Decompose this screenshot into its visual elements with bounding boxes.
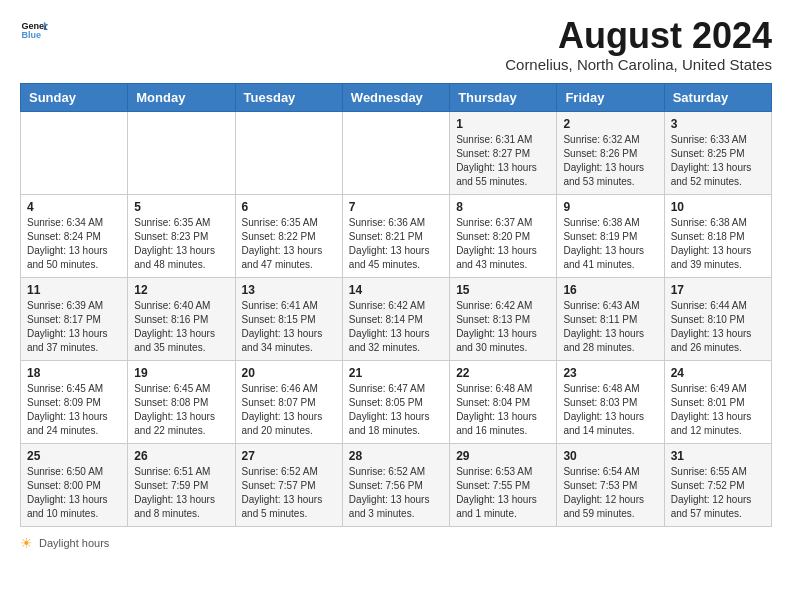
calendar-cell: 23Sunrise: 6:48 AM Sunset: 8:03 PM Dayli… (557, 360, 664, 443)
calendar-cell: 2Sunrise: 6:32 AM Sunset: 8:26 PM Daylig… (557, 111, 664, 194)
calendar-cell: 3Sunrise: 6:33 AM Sunset: 8:25 PM Daylig… (664, 111, 771, 194)
day-number: 29 (456, 449, 550, 463)
weekday-header: Thursday (450, 83, 557, 111)
logo: General Blue (20, 16, 48, 44)
day-info: Sunrise: 6:42 AM Sunset: 8:13 PM Dayligh… (456, 299, 550, 355)
day-number: 12 (134, 283, 228, 297)
calendar-week-row: 25Sunrise: 6:50 AM Sunset: 8:00 PM Dayli… (21, 443, 772, 526)
day-info: Sunrise: 6:35 AM Sunset: 8:23 PM Dayligh… (134, 216, 228, 272)
calendar-cell: 8Sunrise: 6:37 AM Sunset: 8:20 PM Daylig… (450, 194, 557, 277)
day-info: Sunrise: 6:46 AM Sunset: 8:07 PM Dayligh… (242, 382, 336, 438)
day-number: 16 (563, 283, 657, 297)
day-info: Sunrise: 6:48 AM Sunset: 8:03 PM Dayligh… (563, 382, 657, 438)
day-number: 22 (456, 366, 550, 380)
calendar-cell: 22Sunrise: 6:48 AM Sunset: 8:04 PM Dayli… (450, 360, 557, 443)
calendar-cell: 21Sunrise: 6:47 AM Sunset: 8:05 PM Dayli… (342, 360, 449, 443)
weekday-header: Tuesday (235, 83, 342, 111)
day-info: Sunrise: 6:49 AM Sunset: 8:01 PM Dayligh… (671, 382, 765, 438)
day-number: 17 (671, 283, 765, 297)
calendar-cell: 4Sunrise: 6:34 AM Sunset: 8:24 PM Daylig… (21, 194, 128, 277)
calendar-week-row: 18Sunrise: 6:45 AM Sunset: 8:09 PM Dayli… (21, 360, 772, 443)
day-number: 30 (563, 449, 657, 463)
day-number: 26 (134, 449, 228, 463)
calendar-cell: 1Sunrise: 6:31 AM Sunset: 8:27 PM Daylig… (450, 111, 557, 194)
calendar-cell: 24Sunrise: 6:49 AM Sunset: 8:01 PM Dayli… (664, 360, 771, 443)
calendar-cell: 19Sunrise: 6:45 AM Sunset: 8:08 PM Dayli… (128, 360, 235, 443)
day-number: 21 (349, 366, 443, 380)
day-info: Sunrise: 6:48 AM Sunset: 8:04 PM Dayligh… (456, 382, 550, 438)
day-number: 19 (134, 366, 228, 380)
day-number: 11 (27, 283, 121, 297)
calendar-cell: 25Sunrise: 6:50 AM Sunset: 8:00 PM Dayli… (21, 443, 128, 526)
day-info: Sunrise: 6:41 AM Sunset: 8:15 PM Dayligh… (242, 299, 336, 355)
day-number: 23 (563, 366, 657, 380)
day-number: 18 (27, 366, 121, 380)
weekday-header-row: SundayMondayTuesdayWednesdayThursdayFrid… (21, 83, 772, 111)
sun-icon: ☀ (20, 535, 33, 551)
day-number: 10 (671, 200, 765, 214)
calendar-cell: 6Sunrise: 6:35 AM Sunset: 8:22 PM Daylig… (235, 194, 342, 277)
calendar-cell (235, 111, 342, 194)
day-info: Sunrise: 6:31 AM Sunset: 8:27 PM Dayligh… (456, 133, 550, 189)
day-number: 20 (242, 366, 336, 380)
day-info: Sunrise: 6:50 AM Sunset: 8:00 PM Dayligh… (27, 465, 121, 521)
day-number: 2 (563, 117, 657, 131)
calendar-week-row: 4Sunrise: 6:34 AM Sunset: 8:24 PM Daylig… (21, 194, 772, 277)
calendar-cell: 7Sunrise: 6:36 AM Sunset: 8:21 PM Daylig… (342, 194, 449, 277)
day-number: 8 (456, 200, 550, 214)
title-area: August 2024 Cornelius, North Carolina, U… (505, 16, 772, 73)
calendar-cell: 20Sunrise: 6:46 AM Sunset: 8:07 PM Dayli… (235, 360, 342, 443)
weekday-header: Monday (128, 83, 235, 111)
day-number: 6 (242, 200, 336, 214)
calendar-cell: 15Sunrise: 6:42 AM Sunset: 8:13 PM Dayli… (450, 277, 557, 360)
calendar-cell: 13Sunrise: 6:41 AM Sunset: 8:15 PM Dayli… (235, 277, 342, 360)
day-info: Sunrise: 6:51 AM Sunset: 7:59 PM Dayligh… (134, 465, 228, 521)
weekday-header: Wednesday (342, 83, 449, 111)
day-info: Sunrise: 6:52 AM Sunset: 7:57 PM Dayligh… (242, 465, 336, 521)
day-number: 1 (456, 117, 550, 131)
day-info: Sunrise: 6:40 AM Sunset: 8:16 PM Dayligh… (134, 299, 228, 355)
day-info: Sunrise: 6:43 AM Sunset: 8:11 PM Dayligh… (563, 299, 657, 355)
page-subtitle: Cornelius, North Carolina, United States (505, 56, 772, 73)
day-number: 15 (456, 283, 550, 297)
day-info: Sunrise: 6:47 AM Sunset: 8:05 PM Dayligh… (349, 382, 443, 438)
calendar-cell: 29Sunrise: 6:53 AM Sunset: 7:55 PM Dayli… (450, 443, 557, 526)
svg-text:Blue: Blue (21, 30, 41, 40)
day-number: 27 (242, 449, 336, 463)
day-info: Sunrise: 6:38 AM Sunset: 8:19 PM Dayligh… (563, 216, 657, 272)
calendar-cell: 5Sunrise: 6:35 AM Sunset: 8:23 PM Daylig… (128, 194, 235, 277)
day-number: 25 (27, 449, 121, 463)
calendar-cell (342, 111, 449, 194)
day-info: Sunrise: 6:36 AM Sunset: 8:21 PM Dayligh… (349, 216, 443, 272)
day-info: Sunrise: 6:45 AM Sunset: 8:09 PM Dayligh… (27, 382, 121, 438)
calendar-cell: 31Sunrise: 6:55 AM Sunset: 7:52 PM Dayli… (664, 443, 771, 526)
day-info: Sunrise: 6:42 AM Sunset: 8:14 PM Dayligh… (349, 299, 443, 355)
day-number: 5 (134, 200, 228, 214)
day-info: Sunrise: 6:34 AM Sunset: 8:24 PM Dayligh… (27, 216, 121, 272)
day-number: 9 (563, 200, 657, 214)
day-info: Sunrise: 6:54 AM Sunset: 7:53 PM Dayligh… (563, 465, 657, 521)
calendar-cell (21, 111, 128, 194)
daylight-label: Daylight hours (39, 537, 109, 549)
logo-icon: General Blue (20, 16, 48, 44)
day-number: 14 (349, 283, 443, 297)
calendar-cell (128, 111, 235, 194)
day-info: Sunrise: 6:33 AM Sunset: 8:25 PM Dayligh… (671, 133, 765, 189)
day-info: Sunrise: 6:35 AM Sunset: 8:22 PM Dayligh… (242, 216, 336, 272)
footer-note: ☀ Daylight hours (20, 535, 772, 551)
day-number: 7 (349, 200, 443, 214)
calendar-table: SundayMondayTuesdayWednesdayThursdayFrid… (20, 83, 772, 527)
day-info: Sunrise: 6:39 AM Sunset: 8:17 PM Dayligh… (27, 299, 121, 355)
calendar-week-row: 11Sunrise: 6:39 AM Sunset: 8:17 PM Dayli… (21, 277, 772, 360)
calendar-cell: 12Sunrise: 6:40 AM Sunset: 8:16 PM Dayli… (128, 277, 235, 360)
day-info: Sunrise: 6:55 AM Sunset: 7:52 PM Dayligh… (671, 465, 765, 521)
weekday-header: Sunday (21, 83, 128, 111)
weekday-header: Saturday (664, 83, 771, 111)
page-title: August 2024 (505, 16, 772, 56)
calendar-week-row: 1Sunrise: 6:31 AM Sunset: 8:27 PM Daylig… (21, 111, 772, 194)
calendar-cell: 10Sunrise: 6:38 AM Sunset: 8:18 PM Dayli… (664, 194, 771, 277)
calendar-cell: 28Sunrise: 6:52 AM Sunset: 7:56 PM Dayli… (342, 443, 449, 526)
calendar-cell: 18Sunrise: 6:45 AM Sunset: 8:09 PM Dayli… (21, 360, 128, 443)
day-info: Sunrise: 6:37 AM Sunset: 8:20 PM Dayligh… (456, 216, 550, 272)
calendar-cell: 16Sunrise: 6:43 AM Sunset: 8:11 PM Dayli… (557, 277, 664, 360)
